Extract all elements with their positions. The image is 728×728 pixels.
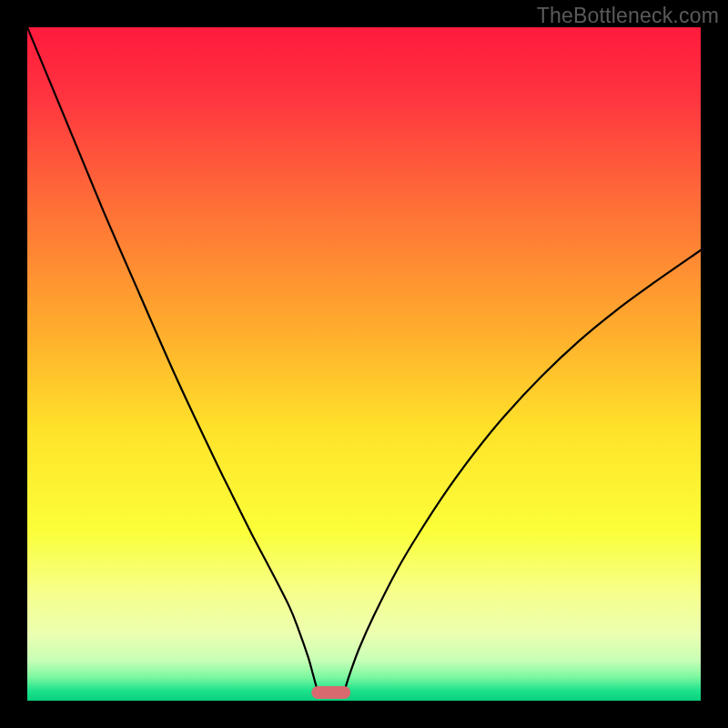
plot-area — [27, 27, 701, 701]
chart-frame: TheBottleneck.com — [0, 0, 728, 728]
bottleneck-marker — [311, 686, 350, 699]
chart-svg — [27, 27, 701, 701]
gradient-background — [27, 27, 701, 701]
watermark-text: TheBottleneck.com — [537, 4, 719, 28]
